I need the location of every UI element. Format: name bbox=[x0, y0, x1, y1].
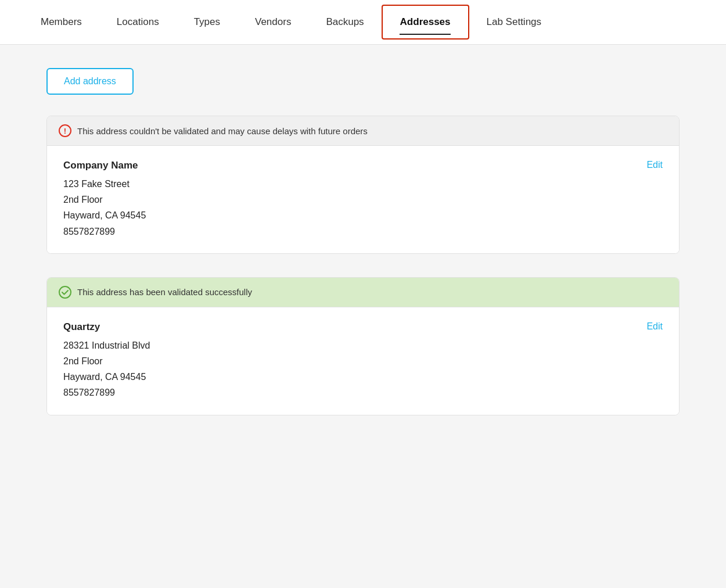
address-line2-1: 2nd Floor bbox=[63, 192, 663, 207]
validation-error-message: This address couldn't be validated and m… bbox=[77, 126, 368, 136]
nav-item-locations[interactable]: Locations bbox=[99, 0, 177, 45]
address-card-2: Quartzy 28321 Industrial Blvd 2nd Floor … bbox=[47, 307, 679, 415]
address-block-2: This address has been validated successf… bbox=[46, 277, 680, 415]
address-line1-1: 123 Fake Street bbox=[63, 176, 663, 192]
address-line2-2: 2nd Floor bbox=[63, 353, 663, 369]
edit-button-2[interactable]: Edit bbox=[646, 321, 663, 332]
validation-success-message: This address has been validated successf… bbox=[77, 287, 252, 297]
success-icon bbox=[59, 286, 71, 299]
nav-item-vendors[interactable]: Vendors bbox=[238, 0, 308, 45]
nav-item-addresses[interactable]: Addresses bbox=[382, 5, 469, 40]
nav-item-types[interactable]: Types bbox=[177, 0, 238, 45]
company-name-2: Quartzy bbox=[63, 321, 663, 333]
validation-banner-error: ! This address couldn't be validated and… bbox=[47, 116, 679, 145]
svg-text:!: ! bbox=[64, 127, 66, 135]
company-name-1: Company Name bbox=[63, 160, 663, 171]
address-block-1: ! This address couldn't be validated and… bbox=[46, 116, 680, 254]
address-city-state-zip-1: Hayward, CA 94545 bbox=[63, 207, 663, 223]
nav-item-lab-settings[interactable]: Lab Settings bbox=[469, 0, 559, 45]
nav-item-members[interactable]: Members bbox=[23, 0, 99, 45]
svg-point-2 bbox=[59, 286, 71, 298]
address-card-1: Company Name 123 Fake Street 2nd Floor H… bbox=[47, 145, 679, 253]
nav-item-backups[interactable]: Backups bbox=[308, 0, 381, 45]
address-phone-1: 8557827899 bbox=[63, 224, 663, 239]
address-line1-2: 28321 Industrial Blvd bbox=[63, 338, 663, 353]
error-icon: ! bbox=[59, 124, 71, 137]
edit-button-1[interactable]: Edit bbox=[646, 160, 663, 170]
nav-bar: Members Locations Types Vendors Backups … bbox=[0, 0, 726, 45]
validation-banner-success: This address has been validated successf… bbox=[47, 278, 679, 307]
address-city-state-zip-2: Hayward, CA 94545 bbox=[63, 369, 663, 385]
main-content: Add address ! This address couldn't be v… bbox=[0, 45, 726, 462]
address-phone-2: 8557827899 bbox=[63, 385, 663, 400]
add-address-button[interactable]: Add address bbox=[46, 68, 134, 95]
